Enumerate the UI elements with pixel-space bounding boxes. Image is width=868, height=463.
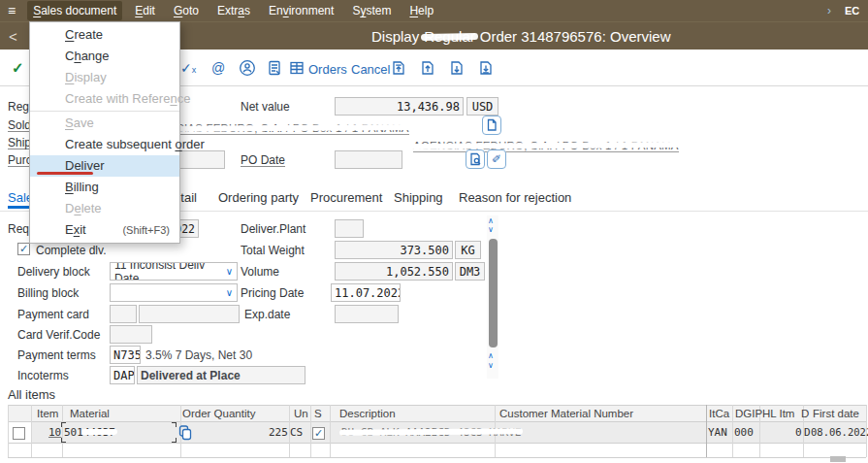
menu-item-delete: Delete — [30, 198, 179, 219]
description-cell-redacted[interactable]: DU CB ALK AAA2BCD 48C3 MARVE — [341, 426, 521, 439]
hamburger-icon[interactable]: ≡ — [8, 3, 16, 18]
col-header-dgip[interactable]: DGIP — [735, 408, 762, 419]
col-header-d[interactable]: D — [801, 408, 809, 419]
all-items-label: All items — [8, 387, 55, 402]
material-cell[interactable]: 50144637 — [64, 426, 115, 439]
menubar-item-edit[interactable]: Edit — [129, 1, 161, 20]
menu-item-create[interactable]: Create — [30, 24, 179, 46]
po-date-label[interactable]: PO Date — [241, 153, 285, 167]
billing-block-select[interactable]: ∨ — [110, 283, 238, 302]
itca-cell: YAN — [708, 426, 727, 439]
payment-card-type-field[interactable] — [110, 305, 137, 323]
col-header-description[interactable]: Description — [339, 408, 396, 419]
first-page-icon[interactable] — [390, 59, 407, 81]
document-list-icon[interactable] — [266, 59, 283, 81]
po-date-field[interactable] — [335, 150, 402, 169]
hl-itm-cell: 0 — [795, 426, 802, 439]
tab-procurement[interactable]: Procurement — [310, 190, 382, 205]
tab-shipping[interactable]: Shipping — [394, 190, 443, 205]
pricing-date-label: Pricing Date — [241, 286, 304, 300]
menubar-item-goto[interactable]: Goto — [168, 1, 205, 20]
table-border — [8, 443, 866, 444]
previous-page-icon[interactable] — [419, 59, 436, 81]
cancel-button[interactable]: Cancel — [351, 62, 390, 77]
enter-check-icon[interactable]: ✓ — [12, 59, 24, 77]
scroll-down-icon[interactable]: ∨ — [488, 226, 494, 234]
volume-unit-field: DM3 — [455, 262, 485, 281]
next-page-icon[interactable] — [448, 59, 466, 81]
business-partner-icon[interactable] — [239, 59, 256, 81]
menubar-item-system[interactable]: System — [346, 1, 397, 20]
row-select-checkbox[interactable] — [13, 427, 25, 440]
last-page-icon[interactable] — [477, 59, 495, 81]
col-header-un[interactable]: Un — [294, 408, 308, 419]
col-header-item[interactable]: Item — [37, 408, 58, 419]
deliver-plant-label: Deliver.Plant — [241, 222, 305, 236]
incoterms-code-field[interactable]: DAP — [110, 366, 135, 384]
scroll-up-icon[interactable]: ∧ — [488, 352, 494, 360]
back-icon[interactable]: < — [9, 28, 17, 45]
net-value-field: 13,436.98 — [335, 97, 464, 116]
focus-corner — [172, 438, 177, 443]
incoterms-label: Incoterms — [17, 369, 69, 382]
col-header-s[interactable]: S — [314, 408, 322, 419]
page-title: Display Regular Order 3148796576: Overvi… — [371, 28, 671, 45]
expand-chevron-icon[interactable]: › — [827, 4, 831, 17]
col-header-material[interactable]: Material — [70, 408, 110, 419]
col-header-first-date[interactable]: First date — [813, 408, 859, 419]
horizontal-scrollbar-thumb[interactable] — [830, 456, 846, 462]
menubar-item-environment[interactable]: Environment — [263, 1, 339, 20]
col-header-customer-material-number[interactable]: Customer Material Number — [499, 408, 633, 419]
order-quantity-cell[interactable]: 225 — [269, 426, 288, 439]
s-checkbox[interactable] — [312, 427, 325, 440]
copy-document-icon[interactable] — [482, 116, 501, 135]
menubar-item-help[interactable]: Help — [403, 1, 439, 20]
payment-card-number-field[interactable] — [139, 305, 240, 323]
table-border — [8, 405, 866, 406]
col-header-itca[interactable]: ItCa — [709, 408, 729, 419]
menu-item-billing[interactable]: Billing — [30, 177, 179, 198]
volume-field: 1,052.550 — [335, 262, 453, 281]
card-verif-code-field[interactable] — [110, 325, 152, 344]
chevron-down-icon: ∨ — [226, 266, 233, 277]
complete-dlv-label: Complete dlv. — [36, 244, 106, 257]
focus-corner — [172, 422, 177, 427]
services-for-object-icon[interactable]: ✐ — [487, 149, 506, 169]
sales-document-menu: Create Change Display Create with Refere… — [29, 21, 180, 244]
orders-grid-icon[interactable] — [289, 60, 305, 80]
scrollbar-thumb[interactable] — [489, 239, 498, 347]
col-header-hl-itm[interactable]: HL Itm — [762, 408, 794, 419]
col-header-order-quantity[interactable]: Order Quantity — [182, 408, 255, 419]
table-gridline — [732, 405, 733, 457]
doc-search-icon[interactable] — [466, 149, 485, 169]
chevron-down-icon: ∨ — [226, 287, 233, 298]
tab-reason-for-rejection[interactable]: Reason for rejection — [459, 190, 571, 205]
payment-terms-code-field[interactable]: N735 — [110, 346, 141, 364]
complete-dlv-checkbox[interactable] — [17, 243, 30, 255]
billing-block-label: Billing block — [17, 286, 79, 300]
exp-date-field[interactable] — [335, 305, 399, 323]
menubar-item-sales-document[interactable]: Sales document — [27, 1, 122, 20]
item-number-cell[interactable]: 10 — [48, 426, 61, 439]
tab-ordering-party[interactable]: Ordering party — [218, 190, 299, 205]
ship-to-value-redacted: AGENCIAS FEDURO, S.A. / PO Box 1 / 1 PAN… — [413, 140, 679, 152]
item-copy-icon[interactable] — [177, 424, 192, 445]
menubar-item-extras[interactable]: Extras — [211, 1, 256, 20]
red-annotation-underline — [37, 172, 93, 175]
menu-item-exit[interactable]: Exit(Shift+F3) — [30, 219, 179, 241]
scroll-up-icon[interactable]: ∧ — [488, 217, 494, 225]
deliver-plant-field[interactable] — [335, 219, 364, 238]
menu-item-create-with-reference: Create with Reference — [30, 88, 179, 110]
orders-button[interactable]: Orders — [308, 62, 347, 77]
un-cell: CS — [290, 426, 303, 439]
menu-item-save: Save — [30, 113, 179, 134]
weight-unit-field: KG — [455, 241, 481, 259]
menu-item-create-subsequent-order[interactable]: Create subsequent order — [30, 134, 179, 155]
check-cancel-icon[interactable]: ✓x — [180, 60, 196, 76]
menu-item-change[interactable]: Change — [30, 46, 179, 67]
delivery-block-select[interactable]: 11 Inconsist Deliv Date ∨ — [110, 262, 238, 281]
display-other-icon[interactable]: @ — [211, 60, 225, 76]
table-border — [8, 457, 866, 458]
pricing-date-field[interactable]: 11.07.2022 — [331, 283, 401, 302]
scroll-down-icon[interactable]: ∨ — [488, 362, 494, 370]
